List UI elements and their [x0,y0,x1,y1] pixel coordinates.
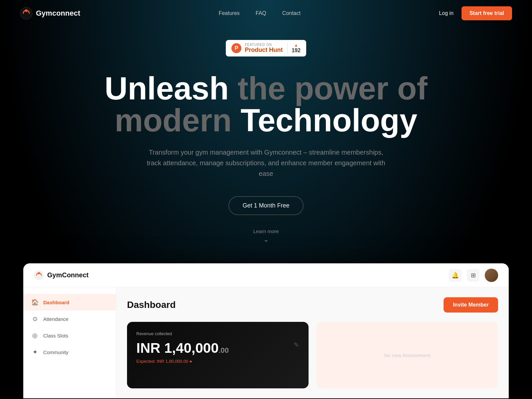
no-announcement-text: No new Annocement [384,352,430,358]
dashboard-header-icons: 🔔 ⊞ [449,269,498,282]
nav-links: Features FAQ Contact [219,10,301,16]
invite-member-button[interactable]: Invite Member [444,297,498,313]
product-hunt-logo: P [231,43,241,53]
sidebar-label-dashboard: Dashboard [43,300,69,305]
bell-icon: 🔔 [452,272,459,279]
sidebar-item-class-slots[interactable]: ◎ Class Slots [23,327,116,344]
qr-icon: ⊞ [471,272,476,279]
announcement-card: No new Annocement [317,322,498,388]
dashboard-main: Dashboard Invite Member Revenue collecte… [116,287,509,398]
revenue-expected: Expected: INR 1,80,000.00 ● [136,359,299,364]
ph-vote-count: 192 [292,48,301,54]
sidebar: 🏠 Dashboard ⊙ Attendance ◎ Class Slots ✦… [23,287,116,398]
login-button[interactable]: Log in [439,10,454,16]
start-trial-button[interactable]: Start free trial [462,6,512,20]
hero-title-white2: Technology [241,102,418,138]
nav-actions: Log in Start free trial [439,6,512,20]
hero-title-white1: Unleash [105,70,238,106]
user-avatar[interactable] [485,269,498,282]
hero-title-gray1: the power of [238,70,428,106]
cards-row: Revenue collected INR 1,40,000.00 ✎ Expe… [127,322,498,388]
hero-content: P FEATURED ON Product Hunt ▲ 192 Unleash… [0,27,532,263]
ph-name: Product Hunt [245,47,283,54]
product-hunt-text: FEATURED ON Product Hunt [245,43,283,54]
svg-point-0 [20,7,32,19]
ph-votes: ▲ 192 [287,43,301,54]
dashboard-preview: GymConnect 🔔 ⊞ 🏠 Dashboard [23,263,509,398]
hero-title-gray2: modern [115,102,241,138]
hero-subtitle: Transform your gym management with Gymco… [143,147,389,179]
revenue-label: Revenue collected [136,331,299,336]
nav-faq[interactable]: FAQ [256,10,266,16]
ph-featured-label: FEATURED ON [245,43,272,47]
svg-point-2 [34,270,44,280]
sidebar-label-attendance: Attendance [43,316,68,322]
logo-text: Gymconnect [36,9,80,18]
sidebar-label-community: Community [43,349,68,355]
ph-upvote-icon: ▲ [294,43,298,48]
dashboard-logo-text: GymConnect [47,271,88,279]
product-hunt-badge[interactable]: P FEATURED ON Product Hunt ▲ 192 [226,40,306,57]
logo[interactable]: Gymconnect [20,7,80,20]
dashboard-header: GymConnect 🔔 ⊞ [23,263,509,287]
hero-title: Unleash the power of modern Technology [105,72,428,136]
qr-code-button[interactable]: ⊞ [467,269,479,282]
dashboard-logo[interactable]: GymConnect [34,270,88,280]
sidebar-item-community[interactable]: ✦ Community [23,344,116,360]
learn-more-text: Learn more [253,228,279,234]
home-icon: 🏠 [31,299,39,306]
sidebar-item-attendance[interactable]: ⊙ Attendance [23,311,116,327]
dashboard-title: Dashboard [127,300,176,310]
notification-button[interactable]: 🔔 [449,269,462,282]
revenue-card: Revenue collected INR 1,40,000.00 ✎ Expe… [127,322,309,388]
sidebar-label-class-slots: Class Slots [43,333,68,338]
sidebar-item-dashboard[interactable]: 🏠 Dashboard [23,294,116,311]
class-slots-icon: ◎ [31,332,39,339]
revenue-amount: INR 1,40,000.00 [136,340,299,356]
nav-features[interactable]: Features [219,10,240,16]
revenue-value: INR 1,40,000 [136,340,219,356]
nav-contact[interactable]: Contact [282,10,301,16]
revenue-cents: .00 [219,346,229,354]
logo-icon [20,7,33,20]
svg-point-3 [38,272,40,274]
dashboard-body: 🏠 Dashboard ⊙ Attendance ◎ Class Slots ✦… [23,287,509,398]
edit-icon[interactable]: ✎ [294,341,299,349]
learn-more[interactable]: Learn more ⌄ [253,228,279,243]
navbar: Gymconnect Features FAQ Contact Log in S… [0,0,532,27]
svg-point-1 [25,9,28,12]
attendance-icon: ⊙ [31,315,39,323]
cta-button[interactable]: Get 1 Month Free [228,196,303,215]
dashboard-logo-icon [34,270,44,280]
dashboard-main-header: Dashboard Invite Member [127,297,498,313]
chevron-down-icon: ⌄ [263,235,269,243]
community-icon: ✦ [31,348,39,356]
